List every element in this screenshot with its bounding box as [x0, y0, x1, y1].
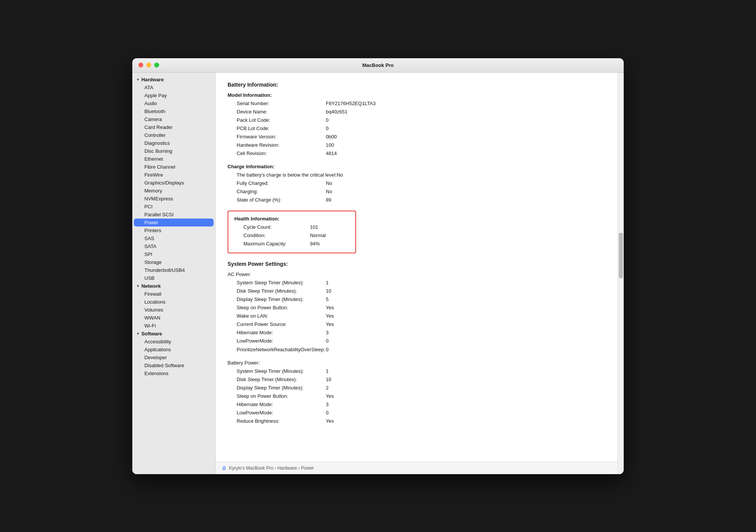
ac-sleep-power-value: Yes [326, 304, 334, 312]
ac-prioritize-label: PrioritizeNetworkReachabilityOverSleep: [228, 346, 326, 354]
sidebar-item-wwan[interactable]: WWAN [134, 314, 214, 322]
scrollbar-thumb[interactable] [619, 233, 623, 278]
sidebar-item-accessibility[interactable]: Accessibility [134, 338, 214, 346]
sidebar-item-firewall[interactable]: Firewall [134, 290, 214, 298]
sidebar-item-graphics-displays[interactable]: Graphics/Displays [134, 179, 214, 187]
ac-prioritize-value: 0 [326, 346, 328, 354]
ac-disk-timer-label: Disk Sleep Timer (Minutes): [228, 287, 326, 295]
battery-power-title: Battery Power: [228, 360, 606, 366]
window-controls [138, 63, 159, 68]
minimize-button[interactable] [146, 63, 151, 68]
bat-hibernate-value: 3 [326, 400, 328, 409]
sidebar-item-volumes[interactable]: Volumes [134, 306, 214, 314]
content-scroll[interactable]: Battery Information: Model Information: … [215, 73, 618, 462]
firmware-value: 0b00 [326, 133, 337, 141]
table-row: Hardware Revision: 100 [228, 141, 606, 149]
ac-low-power-value: 0 [326, 337, 328, 345]
ac-hibernate-label: Hibernate Mode: [228, 329, 326, 337]
hardware-rev-value: 100 [326, 141, 334, 149]
sidebar-item-ethernet[interactable]: Ethernet [134, 155, 214, 163]
sidebar-item-applications[interactable]: Applications [134, 346, 214, 354]
max-capacity-label: Maximum Capacity: [234, 240, 310, 248]
table-row: Hibernate Mode: 3 [228, 400, 606, 409]
sidebar-item-bluetooth[interactable]: Bluetooth [134, 107, 214, 115]
sidebar-item-controller[interactable]: Controller [134, 131, 214, 139]
sidebar-item-wifi[interactable]: Wi-Fi [134, 322, 214, 330]
sidebar-item-disc-burning[interactable]: Disc Burning [134, 147, 214, 155]
health-info-title: Health Information: [234, 216, 349, 222]
ac-sleep-power-label: Sleep on Power Button: [228, 304, 326, 312]
sidebar-item-developer[interactable]: Developer [134, 354, 214, 361]
table-row: System Sleep Timer (Minutes): 1 [228, 279, 606, 287]
chevron-icon: ▼ [136, 78, 140, 82]
battery-power-group: Battery Power: System Sleep Timer (Minut… [228, 360, 606, 426]
charging-label: Charging: [228, 188, 326, 196]
sidebar-item-parallel-scsi[interactable]: Parallel SCSI [134, 211, 214, 219]
sidebar-item-sata[interactable]: SATA [134, 242, 214, 250]
sidebar-item-diagnostics[interactable]: Diagnostics [134, 139, 214, 147]
cycle-count-label: Cycle Count: [234, 223, 310, 231]
table-row: Disk Sleep Timer (Minutes): 10 [228, 375, 606, 384]
sidebar-item-nvmexpress[interactable]: NVMExpress [134, 195, 214, 203]
ac-sleep-timer-value: 1 [326, 279, 328, 287]
scrollbar[interactable] [618, 73, 624, 474]
pack-lot-value: 0 [326, 116, 328, 124]
pcb-lot-value: 0 [326, 124, 328, 133]
bat-hibernate-label: Hibernate Mode: [228, 400, 326, 409]
sidebar-item-sas[interactable]: SAS [134, 234, 214, 242]
table-row: Condition: Normal [234, 231, 349, 240]
sidebar-item-camera[interactable]: Camera [134, 115, 214, 123]
sidebar-software-label: Software [141, 331, 162, 337]
serial-label: Serial Number: [228, 99, 326, 108]
sidebar-section-network[interactable]: ▼ Network [132, 282, 215, 290]
close-button[interactable] [138, 63, 143, 68]
table-row: LowPowerMode: 0 [228, 337, 606, 345]
sidebar-item-power[interactable]: Power [134, 219, 214, 226]
sidebar-item-thunderbolt[interactable]: Thunderbolt/USB4 [134, 266, 214, 274]
sidebar-item-card-reader[interactable]: Card Reader [134, 123, 214, 131]
sidebar-item-locations[interactable]: Locations [134, 298, 214, 306]
charge-info-title: Charge Information: [228, 164, 606, 169]
table-row: Reduce Brightness: Yes [228, 417, 606, 425]
table-row: Fully Charged: No [228, 179, 606, 188]
bat-sleep-timer-value: 1 [326, 367, 328, 375]
sidebar-item-storage[interactable]: Storage [134, 258, 214, 266]
sidebar-item-firewire[interactable]: FireWire [134, 171, 214, 179]
table-row: Maximum Capacity: 94% [234, 240, 349, 248]
condition-value: Normal [310, 231, 326, 240]
fully-charged-value: No [326, 179, 332, 188]
state-charge-value: 89 [326, 196, 331, 204]
sidebar-item-disabled-software[interactable]: Disabled Software [134, 361, 214, 369]
sidebar-item-audio[interactable]: Audio [134, 99, 214, 107]
computer-icon: 🖥 [222, 465, 227, 471]
sidebar-item-apple-pay[interactable]: Apple Pay [134, 92, 214, 99]
hardware-rev-label: Hardware Revision: [228, 141, 326, 149]
sidebar-item-spi[interactable]: SPI [134, 250, 214, 258]
bat-reduce-brightness-value: Yes [326, 417, 334, 425]
health-info-box: Health Information: Cycle Count: 101 Con… [228, 211, 356, 253]
ac-low-power-label: LowPowerMode: [228, 337, 326, 345]
ac-power-title: AC Power: [228, 271, 606, 277]
sidebar-item-usb[interactable]: USB [134, 274, 214, 282]
sidebar-item-fibre-channel[interactable]: Fibre Channel [134, 163, 214, 171]
sidebar-section-software[interactable]: ▼ Software [132, 330, 215, 338]
breadcrumb-path: Kyrylo's MacBook Pro › Hardware › Power [229, 465, 314, 471]
table-row: Disk Sleep Timer (Minutes): 10 [228, 287, 606, 295]
state-charge-label: State of Charge (%): [228, 196, 326, 204]
table-row: Wake on LAN: Yes [228, 312, 606, 320]
sidebar-section-hardware[interactable]: ▼ Hardware [132, 76, 215, 84]
sidebar-item-ata[interactable]: ATA [134, 84, 214, 92]
bat-reduce-brightness-label: Reduce Brightness: [228, 417, 326, 425]
sidebar-item-printers[interactable]: Printers [134, 226, 214, 234]
sidebar-item-extensions[interactable]: Extensions [134, 369, 214, 377]
sidebar-item-pci[interactable]: PCI [134, 203, 214, 211]
maximize-button[interactable] [154, 63, 159, 68]
table-row: Firmware Version: 0b00 [228, 133, 606, 141]
sidebar: ▼ Hardware ATA Apple Pay Audio Bluetooth… [132, 73, 215, 474]
table-row: Serial Number: F8Y2176H52EQ1LTA3 [228, 99, 606, 108]
sidebar-item-memory[interactable]: Memory [134, 187, 214, 195]
table-row: Cell Revision: 4814 [228, 149, 606, 158]
ac-wake-lan-label: Wake on LAN: [228, 312, 326, 320]
ac-current-source-label: Current Power Source: [228, 320, 326, 329]
firmware-label: Firmware Version: [228, 133, 326, 141]
